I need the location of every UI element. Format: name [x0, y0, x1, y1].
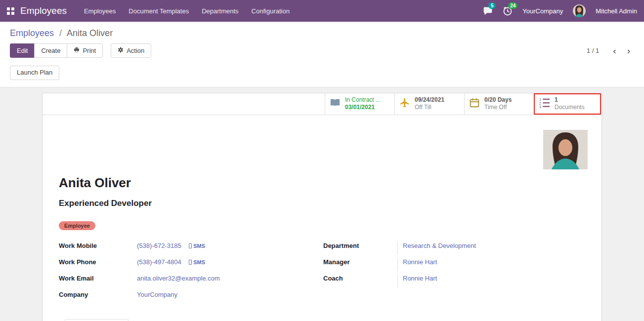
field-row-work-email: Work Email anita.oliver32@example.com — [59, 274, 323, 290]
left-field-group: Work Mobile (538)-672-3185 SMS Work Phon… — [59, 241, 323, 306]
messages-badge: 5 — [488, 2, 496, 9]
documents-highlight-box: 1 2 3 1 Documents — [534, 93, 601, 115]
employee-tag[interactable]: Employee — [59, 221, 95, 230]
sheet-body: Anita Oliver Experienced Developer Emplo… — [43, 115, 601, 321]
create-button[interactable]: Create — [34, 43, 67, 58]
field-row-department: Department Research & Development — [323, 241, 588, 257]
breadcrumb: Employees / Anita Oliver — [0, 22, 644, 42]
work-mobile-label: Work Mobile — [59, 241, 137, 249]
user-menu[interactable]: Mitchell Admin — [596, 7, 637, 15]
department-value[interactable]: Research & Development — [403, 242, 476, 249]
breadcrumb-employees-link[interactable]: Employees — [10, 28, 54, 38]
svg-text:3: 3 — [539, 105, 541, 108]
employee-form-sheet: In Contract ... 03/01/2021 09/24/2021 Of… — [42, 93, 602, 321]
app-name[interactable]: Employees — [20, 5, 67, 16]
pager: 1 / 1 ‹ › — [587, 45, 634, 56]
mobile-phone-icon — [189, 260, 192, 265]
activities-badge: 24 — [508, 2, 517, 9]
stat-button-documents[interactable]: 1 2 3 1 Documents — [535, 94, 600, 114]
stat-documents-count: 1 — [555, 96, 585, 104]
employee-name: Anita Oliver — [59, 175, 588, 191]
control-panel: Employees / Anita Oliver Edit Create Pri… — [0, 22, 644, 87]
edit-button[interactable]: Edit — [10, 43, 35, 58]
pager-previous-button[interactable]: ‹ — [609, 45, 620, 56]
tab-personal-documents[interactable]: Personal Documents — [246, 319, 321, 321]
top-navbar: Employees Employees Document Templates D… — [0, 0, 644, 22]
tab-work-information[interactable]: Work Information — [65, 319, 129, 321]
tab-hr-settings[interactable]: HR Settings — [197, 319, 246, 321]
launch-plan-row: Launch Plan — [0, 62, 644, 86]
work-email-label: Work Email — [59, 274, 137, 282]
book-icon — [330, 97, 341, 110]
button-row: Edit Create Print Action — [0, 42, 644, 62]
work-phone-sms-link[interactable]: SMS — [189, 259, 205, 265]
pager-next-button[interactable]: › — [623, 45, 634, 56]
edit-create-group: Edit Create Print — [10, 43, 103, 58]
field-row-work-phone: Work Phone (538)-497-4804 SMS — [59, 257, 323, 274]
activities-clock-icon[interactable]: 24 — [503, 6, 513, 16]
department-label: Department — [323, 241, 397, 249]
work-phone-label: Work Phone — [59, 257, 137, 266]
work-phone-value[interactable]: (538)-497-4804 — [137, 258, 181, 266]
nav-employees[interactable]: Employees — [78, 1, 122, 21]
tab-private-information[interactable]: Private Information — [129, 319, 197, 321]
content-area: In Contract ... 03/01/2021 09/24/2021 Of… — [0, 87, 644, 321]
company-label: Company — [59, 290, 137, 298]
work-email-value[interactable]: anita.oliver32@example.com — [137, 275, 220, 282]
plane-icon — [399, 97, 410, 110]
print-button[interactable]: Print — [67, 43, 103, 58]
employee-job-title: Experienced Developer — [59, 199, 588, 208]
apps-menu-icon[interactable] — [7, 7, 14, 15]
stat-button-contract[interactable]: In Contract ... 03/01/2021 — [325, 93, 394, 115]
manager-label: Manager — [323, 257, 397, 266]
stat-button-row: In Contract ... 03/01/2021 09/24/2021 Of… — [43, 93, 601, 115]
breadcrumb-current: Anita Oliver — [67, 28, 113, 38]
stat-button-time-off[interactable]: 0/20 Days Time Off — [464, 93, 534, 115]
nav-configuration[interactable]: Configuration — [245, 1, 296, 21]
company-value[interactable]: YourCompany — [137, 291, 177, 298]
work-mobile-value[interactable]: (538)-672-3185 — [137, 242, 181, 249]
stat-contract-date: 03/01/2021 — [345, 104, 381, 112]
coach-label: Coach — [323, 274, 397, 282]
calendar-icon — [469, 97, 480, 110]
field-row-company: Company YourCompany — [59, 290, 323, 306]
stat-contract-status: In Contract ... — [345, 96, 381, 104]
messages-icon[interactable]: 5 — [483, 6, 493, 16]
stat-off-till-date: 09/24/2021 — [415, 96, 444, 104]
stat-documents-label: Documents — [555, 104, 585, 112]
employee-photo[interactable] — [543, 130, 588, 169]
field-row-manager: Manager Ronnie Hart — [323, 257, 588, 274]
action-button[interactable]: Action — [111, 43, 151, 58]
breadcrumb-separator: / — [59, 28, 62, 38]
right-field-group: Department Research & Development Manage… — [323, 241, 588, 306]
nav-departments[interactable]: Departments — [195, 1, 245, 21]
stat-time-off-label: Time Off — [484, 104, 512, 112]
printer-icon — [74, 47, 80, 54]
pager-count: 1 / 1 — [587, 47, 599, 54]
stat-button-off-till[interactable]: 09/24/2021 Off Till — [394, 93, 464, 115]
work-mobile-sms-link[interactable]: SMS — [189, 243, 205, 249]
field-groups: Work Mobile (538)-672-3185 SMS Work Phon… — [59, 241, 588, 306]
field-row-coach: Coach Ronnie Hart — [323, 274, 588, 290]
launch-plan-button[interactable]: Launch Plan — [10, 66, 59, 80]
field-row-work-mobile: Work Mobile (538)-672-3185 SMS — [59, 241, 323, 257]
mobile-phone-icon — [189, 243, 192, 248]
notebook-tabs: Work Information Private Information HR … — [59, 319, 588, 321]
ordered-list-icon: 1 2 3 — [539, 97, 550, 110]
stat-off-till-label: Off Till — [415, 104, 444, 112]
gear-icon — [118, 47, 124, 54]
company-switcher[interactable]: YourCompany — [522, 7, 563, 15]
user-avatar[interactable] — [573, 4, 586, 17]
stat-time-off-days: 0/20 Days — [484, 96, 512, 104]
manager-value[interactable]: Ronnie Hart — [403, 258, 437, 266]
nav-document-templates[interactable]: Document Templates — [122, 1, 195, 21]
coach-value[interactable]: Ronnie Hart — [403, 275, 437, 282]
